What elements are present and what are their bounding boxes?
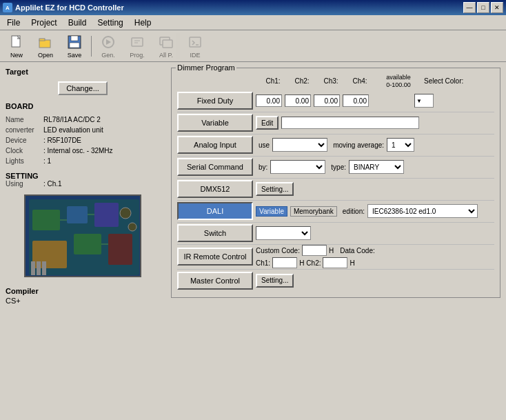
serial-command-row: Serial Command by: type: BINARY (177, 157, 494, 179)
dali-memorybank-tag[interactable]: Memorybank (290, 206, 337, 217)
ch3-label: Ch3: (318, 77, 344, 85)
ide-button: IDE (181, 33, 209, 59)
svg-point-23 (128, 223, 136, 231)
compiler-section: Compiler CS+ (6, 287, 160, 305)
ir-ch2-label: Ch2: (306, 259, 321, 267)
svg-rect-24 (31, 261, 35, 275)
available-label: available0-100.00 (378, 74, 418, 89)
using-key: Using (6, 180, 43, 188)
menu-file[interactable]: File (1, 17, 26, 29)
variable-button[interactable]: Variable (177, 114, 253, 132)
menu-project[interactable]: Project (26, 17, 62, 29)
change-button[interactable]: Change... (58, 81, 108, 95)
dali-row: DALI Variable Memorybank edition: IEC623… (177, 201, 494, 223)
svg-rect-20 (74, 234, 101, 254)
info-key-lights: Lights (6, 156, 43, 166)
svg-rect-4 (71, 36, 78, 41)
serial-command-button[interactable]: Serial Command (177, 158, 253, 176)
menu-build[interactable]: Build (63, 17, 92, 29)
allp-icon (158, 34, 174, 50)
svg-rect-12 (190, 37, 201, 47)
svg-rect-17 (67, 206, 88, 223)
board-info: NameRL78/I1A AC/DC 2 converterLED evalua… (6, 114, 160, 166)
color-selector-arrow: ▼ (416, 98, 422, 104)
app-icon: A (3, 3, 12, 12)
info-key-name: Name (6, 114, 43, 125)
save-button[interactable]: Save (61, 33, 88, 59)
ir-ch1-input[interactable] (272, 257, 297, 268)
main-content: Target Change... BOARD NameRL78/I1A AC/D… (0, 62, 506, 420)
title-bar: A Applilet EZ for HCD Controller — □ ✕ (0, 0, 506, 15)
board-label: BOARD (6, 102, 160, 110)
fixed-duty-button[interactable]: Fixed Duty (177, 92, 253, 110)
dmx512-button[interactable]: DMX512 (177, 180, 253, 198)
info-key-clock: Clock (6, 146, 43, 156)
prog-icon (129, 34, 145, 50)
ch3-input[interactable] (314, 94, 340, 107)
dali-button[interactable]: DALI (177, 202, 253, 220)
menu-bar: File Project Build Setting Help (0, 15, 506, 30)
serial-type-dropdown[interactable]: BINARY (349, 160, 404, 174)
svg-rect-16 (32, 210, 60, 230)
ch4-input[interactable] (343, 94, 369, 107)
svg-rect-5 (70, 43, 79, 48)
left-panel: Target Change... BOARD NameRL78/I1A AC/D… (0, 62, 165, 420)
info-key-device: Device (6, 135, 43, 146)
allp-button: All P. (152, 33, 180, 59)
moving-avg-dropdown[interactable]: 1 (387, 138, 414, 152)
data-code-label: Data Code: (340, 247, 375, 254)
using-val: : Ch.1 (43, 180, 62, 188)
ide-icon (187, 34, 203, 50)
h1-label: H (329, 247, 334, 254)
analog-input-button[interactable]: Analog Input (177, 136, 253, 154)
ir-ch1-label: Ch1: (256, 259, 270, 267)
custom-code-label: Custom Code: (256, 247, 300, 254)
save-icon (66, 34, 83, 50)
fixed-duty-row: Fixed Duty ▼ (177, 90, 494, 112)
type-label: type: (331, 163, 346, 171)
ch1-label: Ch1: (260, 77, 286, 85)
moving-avg-label: moving average: (333, 141, 384, 149)
svg-rect-21 (108, 234, 132, 265)
menu-setting[interactable]: Setting (92, 17, 128, 29)
ir-ch2-input[interactable] (323, 257, 347, 268)
menu-help[interactable]: Help (129, 17, 157, 29)
edition-dropdown[interactable]: IEC62386-102 ed1.0 (367, 204, 478, 218)
edit-button[interactable]: Edit (256, 116, 279, 130)
h2-label: H (299, 259, 304, 267)
edition-label: edition: (343, 208, 365, 215)
minimize-button[interactable]: — (463, 2, 476, 13)
close-button[interactable]: ✕ (491, 2, 503, 13)
title-bar-controls: — □ ✕ (463, 2, 503, 13)
dali-variable-tag[interactable]: Variable (256, 206, 287, 217)
info-val-lights: : 1 (43, 156, 51, 166)
gen-icon (100, 34, 117, 50)
ir-remote-button[interactable]: IR Remote Control (177, 248, 253, 266)
svg-rect-26 (42, 261, 46, 275)
custom-code-input[interactable] (302, 245, 327, 256)
serial-by-dropdown[interactable] (270, 160, 325, 174)
switch-dropdown[interactable] (256, 226, 311, 240)
by-label: by: (259, 163, 267, 171)
info-key-converter: converter (6, 125, 43, 135)
analog-use-dropdown[interactable] (272, 138, 327, 152)
master-control-button[interactable]: Master Control (177, 272, 253, 290)
dmx512-setting-button[interactable]: Setting... (256, 182, 294, 196)
right-panel: Dimmer Program Ch1: Ch2: Ch3: Ch4: avail… (165, 62, 506, 420)
svg-rect-11 (163, 40, 172, 48)
ch4-label: Ch4: (347, 77, 373, 85)
switch-button[interactable]: Switch (177, 224, 253, 242)
color-selector[interactable]: ▼ (414, 94, 434, 108)
variable-input[interactable] (281, 117, 419, 129)
ir-remote-row: IR Remote Control Custom Code: H Data Co… (177, 245, 494, 270)
maximize-button[interactable]: □ (477, 2, 489, 13)
use-label: use (259, 141, 270, 149)
toolbar: New Open Save Gen. Prog. All P. IDE (0, 30, 506, 62)
switch-row: Switch (177, 223, 494, 245)
open-button[interactable]: Open (32, 33, 59, 59)
master-control-setting-button[interactable]: Setting... (256, 274, 294, 288)
ch1-input[interactable] (256, 94, 282, 107)
ch2-input[interactable] (285, 94, 311, 107)
info-val-name: RL78/I1A AC/DC 2 (43, 114, 101, 125)
new-button[interactable]: New (3, 33, 30, 59)
